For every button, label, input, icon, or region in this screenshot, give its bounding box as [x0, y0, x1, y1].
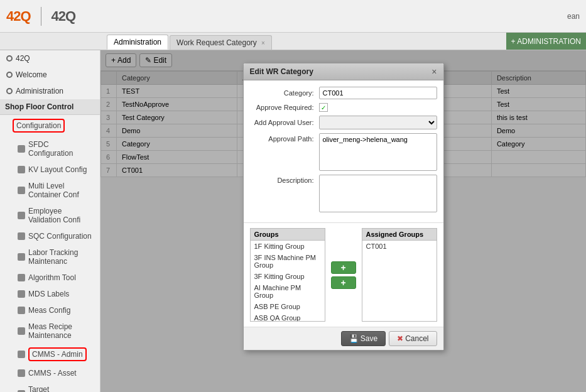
- add-approval-user-select[interactable]: [319, 116, 437, 129]
- group-list-item[interactable]: 3F Kitting Group: [251, 271, 325, 282]
- sidebar-item-sqc-config[interactable]: SQC Configuration: [0, 228, 100, 244]
- sidebar-item-target-maintenance[interactable]: Target Maintenance: [0, 381, 100, 392]
- sidebar-target-label: Target Maintenance: [28, 385, 94, 392]
- tab-close-icon[interactable]: ×: [261, 40, 265, 46]
- sidebar-admin-icon: [6, 88, 13, 94]
- sidebar-multi-label: Multi Level Container Conf: [28, 182, 94, 199]
- sidebar-admin-label: Administration: [16, 87, 63, 95]
- approve-required-checkbox[interactable]: ✓: [319, 103, 328, 112]
- modal-overlay: Edit WR Category × Category: Approve Req…: [100, 50, 586, 392]
- logo-divider: [41, 7, 41, 26]
- approve-required-label: Approve Required:: [250, 104, 319, 111]
- cmms-admin-highlight: CMMS - Admin: [28, 347, 87, 361]
- bullet-icon: [18, 145, 25, 153]
- category-input[interactable]: [319, 87, 437, 99]
- cancel-icon: ✖: [397, 334, 403, 343]
- groups-header: Groups: [250, 228, 325, 240]
- group-list-item[interactable]: ASB PE Group: [251, 301, 325, 312]
- sidebar-item-shop-floor-control[interactable]: Shop Floor Control: [0, 99, 100, 115]
- group-list-item[interactable]: AI Machine PM Group: [251, 282, 325, 301]
- sidebar-item-labor-tracking[interactable]: Labor Tracking Maintenanc: [0, 244, 100, 270]
- logo-secondary: 42Q: [52, 8, 76, 24]
- modal-body: Category: Approve Required: ✓ Add Approv…: [244, 80, 443, 222]
- sidebar-item-algorithm-tool[interactable]: Algorithm Tool: [0, 270, 100, 286]
- sidebar-cmms-admin-label: CMMS - Admin: [32, 350, 83, 359]
- approval-path-label: Approval Path:: [250, 133, 319, 143]
- sidebar-sqc-label: SQC Configuration: [28, 232, 92, 241]
- sidebar-item-cmms-admin[interactable]: CMMS - Admin: [0, 344, 100, 365]
- sidebar-configuration-label: Configuration: [16, 121, 61, 130]
- bullet-icon: [18, 290, 25, 298]
- groups-list[interactable]: 1F Kitting Group3F INS Machine PM Group3…: [250, 240, 325, 322]
- top-header: 42Q 42Q ean: [0, 0, 586, 33]
- category-label: Category:: [250, 89, 319, 97]
- sidebar-labor-label: Labor Tracking Maintenanc: [28, 248, 94, 266]
- configuration-highlight: Configuration: [13, 119, 65, 133]
- bullet-icon: [18, 274, 25, 281]
- sidebar-item-42q[interactable]: 42Q: [0, 50, 100, 67]
- user-name: ean: [567, 12, 580, 21]
- approve-required-row: Approve Required: ✓: [250, 103, 437, 112]
- group-list-item[interactable]: ASB QA Group: [251, 312, 325, 322]
- sidebar-item-configuration[interactable]: Configuration: [0, 115, 100, 136]
- sidebar-circle-icon: [6, 55, 13, 62]
- sidebar-item-mds-labels[interactable]: MDS Labels: [0, 286, 100, 302]
- sidebar-item-multi-level[interactable]: Multi Level Container Conf: [0, 178, 100, 203]
- admin-button[interactable]: + ADMINISTRATION: [506, 33, 586, 50]
- modal-header: Edit WR Category ×: [244, 63, 443, 80]
- sidebar: 42Q Welcome Administration Shop Floor Co…: [0, 50, 100, 392]
- sidebar-meas-label: Meas Config: [28, 306, 70, 315]
- sidebar-item-sfdc-config[interactable]: SFDC Configuration: [0, 136, 100, 161]
- groups-panel: Groups 1F Kitting Group3F INS Machine PM…: [250, 228, 325, 322]
- modal-close-button[interactable]: ×: [431, 67, 437, 76]
- assigned-groups-header: Assigned Groups: [362, 228, 437, 240]
- tab-administration[interactable]: Administration: [107, 35, 168, 50]
- approval-path-textarea[interactable]: oliver_meng->helena_wang: [319, 133, 437, 171]
- group-list-item[interactable]: 3F INS Machine PM Group: [251, 252, 325, 271]
- sidebar-item-administration[interactable]: Administration: [0, 83, 100, 99]
- description-textarea[interactable]: [319, 175, 437, 212]
- sidebar-item-meas-config[interactable]: Meas Config: [0, 302, 100, 318]
- arrow-left-icon: +: [340, 278, 345, 288]
- arrow-right-icon: +: [340, 263, 345, 273]
- bullet-icon: [18, 212, 25, 219]
- sidebar-item-employee-validation[interactable]: Employee Validation Confi: [0, 203, 100, 228]
- sidebar-mds-label: MDS Labels: [28, 290, 69, 298]
- assign-right-button[interactable]: +: [331, 261, 356, 274]
- sidebar-item-cmms-asset[interactable]: CMMS - Asset: [0, 365, 100, 381]
- groups-container: Groups 1F Kitting Group3F INS Machine PM…: [244, 222, 443, 327]
- sidebar-welcome-icon: [6, 72, 13, 78]
- tab-work-request-category[interactable]: Work Request Category ×: [170, 35, 272, 50]
- sidebar-item-meas-recipe[interactable]: Meas Recipe Maintenance: [0, 318, 100, 344]
- bullet-icon: [18, 351, 25, 358]
- approval-path-row: Approval Path: oliver_meng->helena_wang: [250, 133, 437, 171]
- assign-buttons: + +: [328, 228, 359, 322]
- sidebar-algorithm-label: Algorithm Tool: [28, 273, 76, 282]
- assign-left-button[interactable]: +: [331, 276, 356, 289]
- modal-title: Edit WR Category: [250, 67, 313, 76]
- sidebar-cmms-asset-label: CMMS - Asset: [28, 369, 77, 378]
- main-layout: 42Q Welcome Administration Shop Floor Co…: [0, 50, 586, 392]
- cancel-button[interactable]: ✖ Cancel: [389, 331, 437, 346]
- sidebar-sfdc-label: SFDC Configuration: [28, 140, 94, 158]
- assigned-group-list-item[interactable]: CT001: [362, 241, 437, 252]
- content-area: + Add ✎ Edit Category Approval Path Appr…: [100, 50, 586, 392]
- save-button[interactable]: 💾 Save: [341, 331, 386, 346]
- group-list-item[interactable]: 1F Kitting Group: [251, 241, 325, 252]
- category-row: Category:: [250, 87, 437, 99]
- bullet-icon: [18, 232, 25, 240]
- sidebar-item-kv-layout[interactable]: KV Layout Config: [0, 161, 100, 178]
- cancel-label: Cancel: [405, 334, 428, 343]
- save-label: Save: [361, 334, 377, 343]
- modal-footer: 💾 Save ✖ Cancel: [244, 327, 443, 350]
- sidebar-item-welcome[interactable]: Welcome: [0, 67, 100, 83]
- save-icon: 💾: [349, 334, 359, 343]
- add-approval-user-row: Add Approval User:: [250, 116, 437, 129]
- description-row: Description:: [250, 175, 437, 212]
- bullet-icon: [18, 253, 25, 261]
- logo-container: 42Q 42Q: [6, 7, 75, 26]
- bullet-icon: [18, 166, 25, 173]
- assigned-groups-panel: Assigned Groups CT001: [362, 228, 437, 322]
- assigned-groups-list[interactable]: CT001: [362, 240, 437, 322]
- header-right: ean: [567, 12, 580, 21]
